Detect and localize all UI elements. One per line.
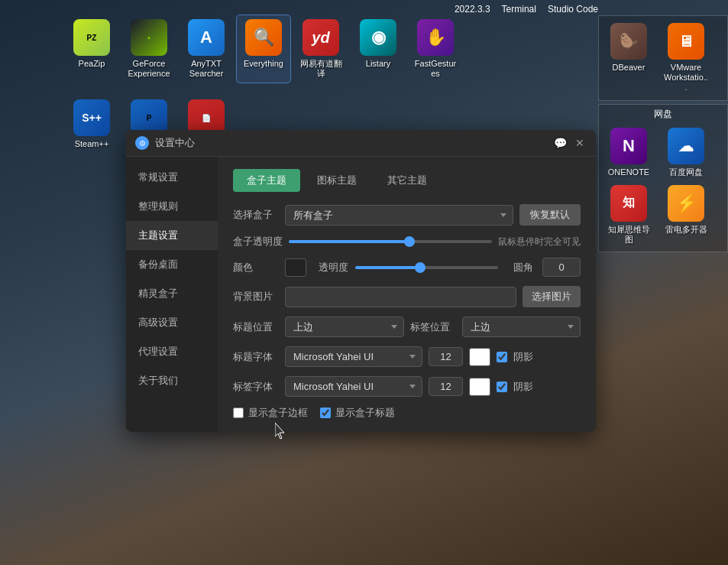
corner-input[interactable] xyxy=(542,258,581,277)
restore-default-btn[interactable]: 恢复默认 xyxy=(519,204,581,226)
checkboxes-row: 显示盒子边框 显示盒子标题 xyxy=(233,406,581,420)
title-font-select[interactable]: Microsoft Yahei UI Arial SimHei xyxy=(285,346,422,367)
opacity-slider[interactable] xyxy=(289,240,492,243)
dialog-message-btn[interactable]: 💬 xyxy=(553,136,567,150)
fastgestures-icon: ✋ xyxy=(417,19,454,56)
sidebar-item-rules[interactable]: 整理规则 xyxy=(126,192,218,221)
listary-label: Listary xyxy=(366,59,390,69)
icon-zhixi[interactable]: 知 知犀思维导图 xyxy=(602,181,655,248)
right-panel-top: 🦫 DBeaver 🖥 VMware Workstatio... 网盘 N ON… xyxy=(598,15,728,252)
sidebar-item-about[interactable]: 关于我们 xyxy=(126,366,218,395)
onenote-label: ONENOTE xyxy=(608,167,649,177)
dialog-body: 常规设置 整理规则 主题设置 备份桌面 精灵盒子 高级设置 代理设置 关于我们 … xyxy=(126,157,596,432)
title-position-row: 标题位置 上边 下边 左边 右边 标签位置 上边 下边 左边 右边 xyxy=(233,317,581,337)
icon-dbeaver[interactable]: 🦫 DBeaver xyxy=(602,19,655,97)
sidebar-item-genie[interactable]: 精灵盒子 xyxy=(126,279,218,308)
transparency-slider[interactable] xyxy=(355,266,498,269)
select-box-row: 选择盒子 所有盒子 恢复默认 xyxy=(233,204,581,226)
fastgestures-label: FastGestures xyxy=(413,59,458,79)
vmware-label: VMware Workstatio... xyxy=(663,63,709,93)
tab-other-theme[interactable]: 其它主题 xyxy=(374,169,441,192)
title-shadow-checkbox[interactable] xyxy=(497,352,507,362)
tab-icon-theme[interactable]: 图标主题 xyxy=(303,169,370,192)
title-font-size-input[interactable] xyxy=(429,347,463,366)
label-shadow-checkbox[interactable] xyxy=(497,382,507,392)
show-border-checkbox[interactable] xyxy=(233,408,244,418)
icon-fastgestures[interactable]: ✋ FastGestures xyxy=(409,15,462,83)
dialog-close-btn[interactable]: ✕ xyxy=(573,136,587,150)
dbeaver-label: DBeaver xyxy=(613,63,645,73)
sidebar-item-proxy[interactable]: 代理设置 xyxy=(126,337,218,366)
opacity-row: 盒子透明度 鼠标悬停时完全可见 xyxy=(233,235,581,248)
title-pos-label: 标题位置 xyxy=(233,320,279,334)
sidebar-item-general[interactable]: 常规设置 xyxy=(126,163,218,192)
opacity-hint: 鼠标悬停时完全可见 xyxy=(498,235,581,248)
sidebar-item-advanced[interactable]: 高级设置 xyxy=(126,308,218,337)
select-box-label: 选择盒子 xyxy=(233,208,279,222)
color-swatch[interactable] xyxy=(285,258,306,277)
icon-vmware[interactable]: 🖥 VMware Workstatio... xyxy=(659,19,713,97)
title-shadow-label: 阴影 xyxy=(513,350,533,364)
label-font-label: 标签字体 xyxy=(233,380,279,394)
icon-geforce[interactable]: ● GeForce Experience xyxy=(122,15,176,83)
show-title-checkbox[interactable] xyxy=(320,408,331,418)
opacity-label: 盒子透明度 xyxy=(233,235,283,248)
anytxt-icon: A xyxy=(188,19,225,56)
youdao-icon: yd xyxy=(303,19,339,56)
icon-peazip[interactable]: PZ PeaZip xyxy=(65,15,118,83)
label-pos-label: 标签位置 xyxy=(410,320,456,334)
icon-listary[interactable]: ◉ Listary xyxy=(351,15,405,83)
show-title-label: 显示盒子标题 xyxy=(335,406,395,420)
tab-box-theme[interactable]: 盒子主题 xyxy=(233,169,300,192)
dialog-titlebar: ⚙ 设置中心 💬 ✕ xyxy=(126,130,596,157)
icon-baidu-pan[interactable]: ☁ 百度网盘 xyxy=(659,124,713,181)
geforce-label: GeForce Experience xyxy=(126,59,172,79)
icon-everything[interactable]: 🔍 Everything xyxy=(237,15,290,83)
label-font-color-swatch[interactable] xyxy=(469,378,490,396)
studio-code-label[interactable]: Studio Code xyxy=(548,4,598,15)
show-border-item: 显示盒子边框 xyxy=(233,406,308,420)
netpan-label: 网盘 xyxy=(602,108,724,121)
title-pos-select[interactable]: 上边 下边 左边 右边 xyxy=(285,317,404,337)
color-row: 颜色 透明度 圆角 xyxy=(233,258,581,277)
title-pos-group: 标题位置 上边 下边 左边 右边 xyxy=(233,317,404,337)
show-title-item: 显示盒子标题 xyxy=(320,406,395,420)
tab-bar: 盒子主题 图标主题 其它主题 xyxy=(233,169,581,192)
bg-image-input[interactable] xyxy=(285,287,516,307)
label-pos-select[interactable]: 上边 下边 左边 右边 xyxy=(462,317,581,337)
desktop-icons-row1: PZ PeaZip ● GeForce Experience A AnyTXT … xyxy=(65,15,462,83)
steam-label: Steam++ xyxy=(75,139,109,149)
sidebar-item-theme[interactable]: 主题设置 xyxy=(126,221,218,250)
dialog-icon: ⚙ xyxy=(135,136,149,150)
icon-onenote[interactable]: N ONENOTE xyxy=(602,124,655,181)
zhixi-icon: 知 xyxy=(610,185,647,222)
label-font-select[interactable]: Microsoft Yahei UI Arial SimHei xyxy=(285,376,422,397)
steam-icon: S++ xyxy=(73,99,110,136)
choose-image-btn[interactable]: 选择图片 xyxy=(523,286,581,307)
dialog-title: 设置中心 xyxy=(155,136,553,150)
dialog-sidebar: 常规设置 整理规则 主题设置 备份桌面 精灵盒子 高级设置 代理设置 关于我们 xyxy=(126,157,218,432)
settings-dialog: ⚙ 设置中心 💬 ✕ 常规设置 整理规则 主题设置 备份桌面 精灵盒子 高级设置… xyxy=(126,130,596,432)
everything-label: Everything xyxy=(244,59,283,69)
terminal-label[interactable]: Terminal xyxy=(502,4,536,15)
show-border-label: 显示盒子边框 xyxy=(248,406,308,420)
title-font-color-swatch[interactable] xyxy=(469,348,490,366)
icon-thunder-app[interactable]: ⚡ 雷电多开器 xyxy=(659,181,713,248)
select-box-dropdown[interactable]: 所有盒子 xyxy=(285,205,513,226)
icon-youdao[interactable]: yd 网易有道翻译 xyxy=(294,15,348,83)
sidebar-item-backup[interactable]: 备份桌面 xyxy=(126,250,218,279)
peazip-icon: PZ xyxy=(73,19,110,56)
anytxt-label: AnyTXT Searcher xyxy=(183,59,229,79)
dialog-controls: 💬 ✕ xyxy=(553,136,587,150)
date-label: 2022.3.3 xyxy=(455,4,490,15)
thunder-label: 雷电多开器 xyxy=(665,225,707,235)
youdao-label: 网易有道翻译 xyxy=(298,59,344,79)
top-bar-dates: 2022.3.3 Terminal Studio Code xyxy=(455,4,598,15)
everything-icon: 🔍 xyxy=(245,19,282,56)
icon-anytxt[interactable]: A AnyTXT Searcher xyxy=(180,15,233,83)
title-font-row: 标题字体 Microsoft Yahei UI Arial SimHei 阴影 xyxy=(233,346,581,367)
label-font-size-input[interactable] xyxy=(429,377,463,396)
icon-steam[interactable]: S++ Steam++ xyxy=(65,96,118,153)
zhixi-label: 知犀思维导图 xyxy=(606,225,652,245)
label-font-row: 标签字体 Microsoft Yahei UI Arial SimHei 阴影 xyxy=(233,376,581,397)
